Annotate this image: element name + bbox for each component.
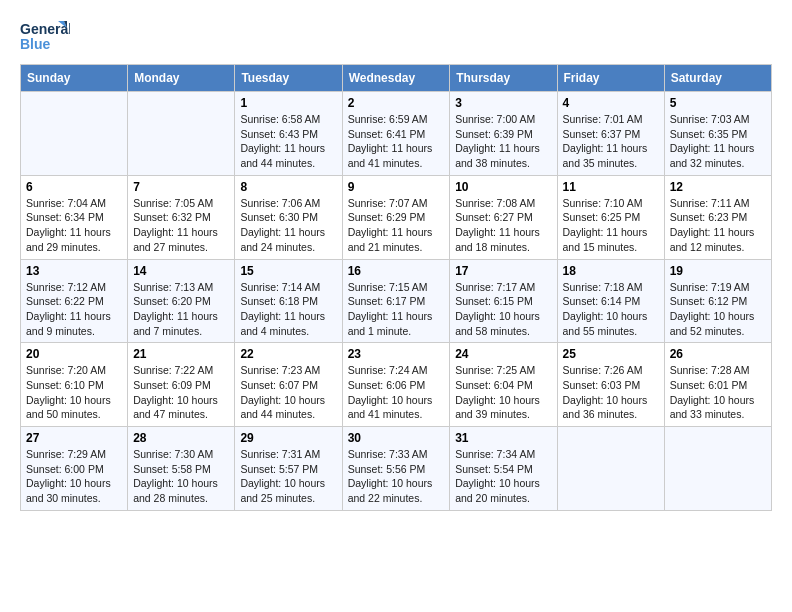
calendar-cell: 31Sunrise: 7:34 AMSunset: 5:54 PMDayligh… bbox=[450, 427, 557, 511]
calendar-cell: 20Sunrise: 7:20 AMSunset: 6:10 PMDayligh… bbox=[21, 343, 128, 427]
day-number: 21 bbox=[133, 347, 229, 361]
weekday-header-sunday: Sunday bbox=[21, 65, 128, 92]
day-number: 15 bbox=[240, 264, 336, 278]
calendar-cell: 8Sunrise: 7:06 AMSunset: 6:30 PMDaylight… bbox=[235, 175, 342, 259]
day-number: 19 bbox=[670, 264, 766, 278]
calendar-cell: 28Sunrise: 7:30 AMSunset: 5:58 PMDayligh… bbox=[128, 427, 235, 511]
calendar-cell bbox=[21, 92, 128, 176]
day-number: 10 bbox=[455, 180, 551, 194]
day-info: Sunrise: 7:30 AMSunset: 5:58 PMDaylight:… bbox=[133, 447, 229, 506]
weekday-header-row: SundayMondayTuesdayWednesdayThursdayFrid… bbox=[21, 65, 772, 92]
day-number: 9 bbox=[348, 180, 445, 194]
calendar-cell: 7Sunrise: 7:05 AMSunset: 6:32 PMDaylight… bbox=[128, 175, 235, 259]
weekday-header-saturday: Saturday bbox=[664, 65, 771, 92]
day-info: Sunrise: 7:14 AMSunset: 6:18 PMDaylight:… bbox=[240, 280, 336, 339]
day-info: Sunrise: 7:19 AMSunset: 6:12 PMDaylight:… bbox=[670, 280, 766, 339]
logo: GeneralBlue bbox=[20, 16, 70, 56]
calendar-cell: 29Sunrise: 7:31 AMSunset: 5:57 PMDayligh… bbox=[235, 427, 342, 511]
calendar-cell: 11Sunrise: 7:10 AMSunset: 6:25 PMDayligh… bbox=[557, 175, 664, 259]
week-row-1: 1Sunrise: 6:58 AMSunset: 6:43 PMDaylight… bbox=[21, 92, 772, 176]
day-info: Sunrise: 7:06 AMSunset: 6:30 PMDaylight:… bbox=[240, 196, 336, 255]
calendar-cell: 27Sunrise: 7:29 AMSunset: 6:00 PMDayligh… bbox=[21, 427, 128, 511]
calendar-cell: 16Sunrise: 7:15 AMSunset: 6:17 PMDayligh… bbox=[342, 259, 450, 343]
day-info: Sunrise: 7:00 AMSunset: 6:39 PMDaylight:… bbox=[455, 112, 551, 171]
day-info: Sunrise: 7:22 AMSunset: 6:09 PMDaylight:… bbox=[133, 363, 229, 422]
day-info: Sunrise: 7:15 AMSunset: 6:17 PMDaylight:… bbox=[348, 280, 445, 339]
day-info: Sunrise: 7:05 AMSunset: 6:32 PMDaylight:… bbox=[133, 196, 229, 255]
day-number: 1 bbox=[240, 96, 336, 110]
day-info: Sunrise: 7:10 AMSunset: 6:25 PMDaylight:… bbox=[563, 196, 659, 255]
day-info: Sunrise: 7:17 AMSunset: 6:15 PMDaylight:… bbox=[455, 280, 551, 339]
calendar-cell: 14Sunrise: 7:13 AMSunset: 6:20 PMDayligh… bbox=[128, 259, 235, 343]
day-info: Sunrise: 7:23 AMSunset: 6:07 PMDaylight:… bbox=[240, 363, 336, 422]
calendar-cell: 30Sunrise: 7:33 AMSunset: 5:56 PMDayligh… bbox=[342, 427, 450, 511]
calendar-cell: 22Sunrise: 7:23 AMSunset: 6:07 PMDayligh… bbox=[235, 343, 342, 427]
calendar-cell: 23Sunrise: 7:24 AMSunset: 6:06 PMDayligh… bbox=[342, 343, 450, 427]
day-info: Sunrise: 7:29 AMSunset: 6:00 PMDaylight:… bbox=[26, 447, 122, 506]
day-info: Sunrise: 6:59 AMSunset: 6:41 PMDaylight:… bbox=[348, 112, 445, 171]
day-info: Sunrise: 7:04 AMSunset: 6:34 PMDaylight:… bbox=[26, 196, 122, 255]
day-info: Sunrise: 7:12 AMSunset: 6:22 PMDaylight:… bbox=[26, 280, 122, 339]
day-number: 12 bbox=[670, 180, 766, 194]
calendar-cell: 17Sunrise: 7:17 AMSunset: 6:15 PMDayligh… bbox=[450, 259, 557, 343]
header: GeneralBlue bbox=[20, 16, 772, 56]
day-number: 16 bbox=[348, 264, 445, 278]
weekday-header-wednesday: Wednesday bbox=[342, 65, 450, 92]
day-number: 26 bbox=[670, 347, 766, 361]
calendar-cell: 18Sunrise: 7:18 AMSunset: 6:14 PMDayligh… bbox=[557, 259, 664, 343]
calendar-cell bbox=[128, 92, 235, 176]
calendar-cell: 15Sunrise: 7:14 AMSunset: 6:18 PMDayligh… bbox=[235, 259, 342, 343]
calendar-cell: 5Sunrise: 7:03 AMSunset: 6:35 PMDaylight… bbox=[664, 92, 771, 176]
day-number: 23 bbox=[348, 347, 445, 361]
day-number: 7 bbox=[133, 180, 229, 194]
day-number: 4 bbox=[563, 96, 659, 110]
day-number: 28 bbox=[133, 431, 229, 445]
day-info: Sunrise: 6:58 AMSunset: 6:43 PMDaylight:… bbox=[240, 112, 336, 171]
week-row-3: 13Sunrise: 7:12 AMSunset: 6:22 PMDayligh… bbox=[21, 259, 772, 343]
weekday-header-tuesday: Tuesday bbox=[235, 65, 342, 92]
calendar-cell: 1Sunrise: 6:58 AMSunset: 6:43 PMDaylight… bbox=[235, 92, 342, 176]
logo-svg: GeneralBlue bbox=[20, 16, 70, 56]
weekday-header-friday: Friday bbox=[557, 65, 664, 92]
day-info: Sunrise: 7:20 AMSunset: 6:10 PMDaylight:… bbox=[26, 363, 122, 422]
calendar-cell: 19Sunrise: 7:19 AMSunset: 6:12 PMDayligh… bbox=[664, 259, 771, 343]
day-number: 24 bbox=[455, 347, 551, 361]
day-number: 31 bbox=[455, 431, 551, 445]
day-info: Sunrise: 7:08 AMSunset: 6:27 PMDaylight:… bbox=[455, 196, 551, 255]
day-number: 8 bbox=[240, 180, 336, 194]
week-row-2: 6Sunrise: 7:04 AMSunset: 6:34 PMDaylight… bbox=[21, 175, 772, 259]
day-number: 18 bbox=[563, 264, 659, 278]
day-number: 14 bbox=[133, 264, 229, 278]
day-number: 3 bbox=[455, 96, 551, 110]
day-info: Sunrise: 7:01 AMSunset: 6:37 PMDaylight:… bbox=[563, 112, 659, 171]
calendar-cell: 21Sunrise: 7:22 AMSunset: 6:09 PMDayligh… bbox=[128, 343, 235, 427]
day-number: 17 bbox=[455, 264, 551, 278]
calendar-cell bbox=[664, 427, 771, 511]
day-info: Sunrise: 7:03 AMSunset: 6:35 PMDaylight:… bbox=[670, 112, 766, 171]
calendar-table: SundayMondayTuesdayWednesdayThursdayFrid… bbox=[20, 64, 772, 511]
day-number: 27 bbox=[26, 431, 122, 445]
calendar-cell: 12Sunrise: 7:11 AMSunset: 6:23 PMDayligh… bbox=[664, 175, 771, 259]
day-info: Sunrise: 7:18 AMSunset: 6:14 PMDaylight:… bbox=[563, 280, 659, 339]
day-info: Sunrise: 7:25 AMSunset: 6:04 PMDaylight:… bbox=[455, 363, 551, 422]
calendar-cell: 3Sunrise: 7:00 AMSunset: 6:39 PMDaylight… bbox=[450, 92, 557, 176]
day-info: Sunrise: 7:26 AMSunset: 6:03 PMDaylight:… bbox=[563, 363, 659, 422]
day-number: 22 bbox=[240, 347, 336, 361]
calendar-cell: 13Sunrise: 7:12 AMSunset: 6:22 PMDayligh… bbox=[21, 259, 128, 343]
day-info: Sunrise: 7:13 AMSunset: 6:20 PMDaylight:… bbox=[133, 280, 229, 339]
day-info: Sunrise: 7:33 AMSunset: 5:56 PMDaylight:… bbox=[348, 447, 445, 506]
day-number: 30 bbox=[348, 431, 445, 445]
calendar-cell: 9Sunrise: 7:07 AMSunset: 6:29 PMDaylight… bbox=[342, 175, 450, 259]
day-info: Sunrise: 7:11 AMSunset: 6:23 PMDaylight:… bbox=[670, 196, 766, 255]
day-number: 29 bbox=[240, 431, 336, 445]
calendar-cell: 6Sunrise: 7:04 AMSunset: 6:34 PMDaylight… bbox=[21, 175, 128, 259]
day-number: 5 bbox=[670, 96, 766, 110]
day-info: Sunrise: 7:28 AMSunset: 6:01 PMDaylight:… bbox=[670, 363, 766, 422]
day-number: 25 bbox=[563, 347, 659, 361]
day-number: 20 bbox=[26, 347, 122, 361]
weekday-header-monday: Monday bbox=[128, 65, 235, 92]
week-row-4: 20Sunrise: 7:20 AMSunset: 6:10 PMDayligh… bbox=[21, 343, 772, 427]
calendar-cell: 26Sunrise: 7:28 AMSunset: 6:01 PMDayligh… bbox=[664, 343, 771, 427]
calendar-cell: 24Sunrise: 7:25 AMSunset: 6:04 PMDayligh… bbox=[450, 343, 557, 427]
day-info: Sunrise: 7:24 AMSunset: 6:06 PMDaylight:… bbox=[348, 363, 445, 422]
